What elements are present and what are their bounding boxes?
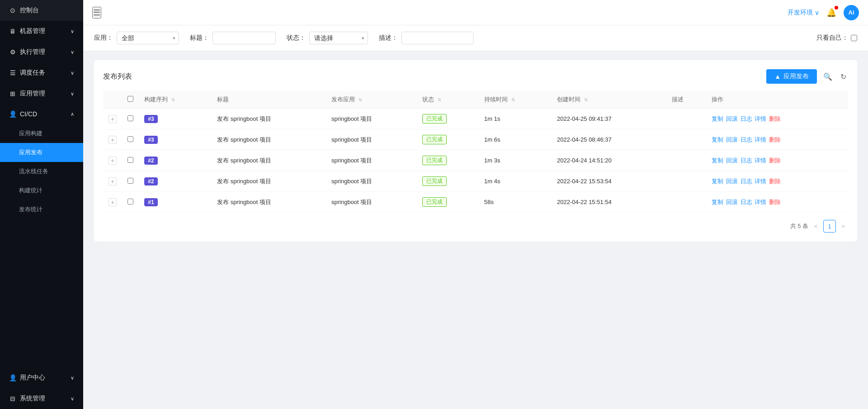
sidebar-item-app-build[interactable]: 应用构建 xyxy=(0,124,83,143)
next-page-button[interactable]: ＞ xyxy=(839,222,848,230)
detail-link[interactable]: 详情 xyxy=(755,115,766,122)
row-checkbox[interactable] xyxy=(127,178,133,184)
select-all-checkbox[interactable] xyxy=(127,96,133,102)
env-selector[interactable]: 开发环境 ∨ xyxy=(788,9,819,17)
log-link[interactable]: 日志 xyxy=(741,115,752,122)
chevron-icon: ∨ xyxy=(71,70,74,76)
copy-link[interactable]: 复制 xyxy=(712,157,723,164)
avatar[interactable]: Ai xyxy=(844,5,859,20)
sidebar-item-control[interactable]: ⊙ 控制台 xyxy=(0,0,83,21)
app-filter-label: 应用： xyxy=(94,34,113,42)
status-select[interactable]: 请选择 已完成 进行中 失败 xyxy=(309,32,368,44)
log-link[interactable]: 日志 xyxy=(741,136,752,143)
td-duration: 1m 3s xyxy=(479,150,552,171)
only-self-checkbox[interactable] xyxy=(851,35,857,41)
search-icon-button[interactable]: 🔍 xyxy=(821,71,834,83)
notification-bell[interactable]: 🔔 xyxy=(826,8,836,18)
row-checkbox[interactable] xyxy=(127,115,133,121)
card-actions: ▲ 应用发布 🔍 ↻ xyxy=(766,69,848,84)
copy-link[interactable]: 复制 xyxy=(712,199,723,205)
menu-toggle-button[interactable]: ☰ xyxy=(92,7,101,19)
td-app: springboot 项目 xyxy=(326,109,417,129)
table-row: + #3 发布 springboot 项目 springboot 项目 已完成 … xyxy=(103,129,848,150)
pagination: 共 5 条 ＜ 1 ＞ xyxy=(103,220,848,233)
th-status: 状态 ⇅ xyxy=(417,91,479,109)
detail-link[interactable]: 详情 xyxy=(755,157,766,164)
td-created: 2022-04-25 09:41:37 xyxy=(552,109,666,129)
delete-link[interactable]: 删除 xyxy=(769,115,781,122)
sidebar-item-schedule[interactable]: ☰ 调度任务 ∨ xyxy=(0,62,83,83)
th-title: 标题 xyxy=(212,91,326,109)
delete-link[interactable]: 删除 xyxy=(769,136,781,143)
td-app: springboot 项目 xyxy=(326,171,417,192)
row-expand-btn[interactable]: + xyxy=(108,198,117,206)
td-expand: + xyxy=(103,109,122,129)
delete-link[interactable]: 删除 xyxy=(769,199,781,205)
row-expand-btn[interactable]: + xyxy=(108,177,117,185)
td-actions: 复制 回滚 日志 详情 删除 xyxy=(706,171,848,192)
chevron-icon: ∨ xyxy=(71,49,74,55)
sidebar-item-build-stats[interactable]: 构建统计 xyxy=(0,181,83,200)
build-seq-badge: #1 xyxy=(144,198,158,206)
filter-status: 状态： 请选择 已完成 进行中 失败 ▾ xyxy=(287,32,368,44)
deploy-table: 构建序列 ⇅ 标题 发布应用 ⇅ 状态 ⇅ 持续时间 ⇅ 创建时间 ⇅ 描述 操… xyxy=(103,91,848,213)
copy-link[interactable]: 复制 xyxy=(712,178,723,185)
row-checkbox[interactable] xyxy=(127,199,133,204)
delete-link[interactable]: 删除 xyxy=(769,157,781,164)
log-link[interactable]: 日志 xyxy=(741,157,752,164)
log-link[interactable]: 日志 xyxy=(741,199,752,205)
filter-desc: 描述： xyxy=(379,32,474,44)
desc-input[interactable] xyxy=(401,32,474,44)
row-checkbox[interactable] xyxy=(127,136,133,142)
detail-link[interactable]: 详情 xyxy=(755,178,766,185)
rollback-link[interactable]: 回滚 xyxy=(726,199,738,205)
sidebar-item-exec[interactable]: ⚙ 执行管理 ∨ xyxy=(0,42,83,62)
row-expand-btn[interactable]: + xyxy=(108,157,117,165)
copy-link[interactable]: 复制 xyxy=(712,136,723,143)
chevron-icon: ∨ xyxy=(71,396,74,402)
sidebar-item-sys-manage[interactable]: ⊟ 系统管理 ∨ xyxy=(0,388,83,409)
sys-icon: ⊟ xyxy=(9,395,16,402)
copy-link[interactable]: 复制 xyxy=(712,115,723,122)
sidebar-item-pipeline[interactable]: 流水线任务 xyxy=(0,162,83,181)
detail-link[interactable]: 详情 xyxy=(755,136,766,143)
td-duration: 1m 1s xyxy=(479,109,552,129)
td-created: 2022-04-22 15:51:54 xyxy=(552,192,666,213)
td-title: 发布 springboot 项目 xyxy=(212,171,326,192)
sidebar-item-app-deploy[interactable]: 应用发布 xyxy=(0,143,83,162)
chevron-up-icon: ∧ xyxy=(71,111,74,117)
rollback-link[interactable]: 回滚 xyxy=(726,157,738,164)
td-title: 发布 springboot 项目 xyxy=(212,129,326,150)
app-publish-button[interactable]: ▲ 应用发布 xyxy=(766,69,817,84)
title-input[interactable] xyxy=(212,32,276,44)
refresh-icon-button[interactable]: ↻ xyxy=(839,71,848,83)
app-select[interactable]: 全部 springboot 项目 xyxy=(117,32,179,44)
row-expand-btn[interactable]: + xyxy=(108,115,117,123)
rollback-link[interactable]: 回滚 xyxy=(726,115,738,122)
sidebar-item-deploy-stats[interactable]: 发布统计 xyxy=(0,200,83,219)
sidebar-item-cicd[interactable]: 👤 CI/CD ∧ xyxy=(0,104,83,124)
row-expand-btn[interactable]: + xyxy=(108,136,117,144)
prev-page-button[interactable]: ＜ xyxy=(811,222,821,230)
only-self-label: 只看自己： xyxy=(816,34,848,42)
sidebar-item-user-center[interactable]: 👤 用户中心 ∨ xyxy=(0,367,83,388)
td-created: 2022-04-24 14:51:20 xyxy=(552,150,666,171)
only-self-wrap: 只看自己： xyxy=(816,34,857,42)
page-1-button[interactable]: 1 xyxy=(823,220,836,233)
log-link[interactable]: 日志 xyxy=(741,178,752,185)
desc-filter-label: 描述： xyxy=(379,34,398,42)
topbar-right: 开发环境 ∨ 🔔 Ai xyxy=(788,5,859,20)
rollback-link[interactable]: 回滚 xyxy=(726,136,738,143)
sidebar-item-machine[interactable]: 🖥 机器管理 ∨ xyxy=(0,21,83,42)
th-checkbox xyxy=(122,91,139,109)
th-created: 创建时间 ⇅ xyxy=(552,91,666,109)
schedule-icon: ☰ xyxy=(9,69,16,76)
delete-link[interactable]: 删除 xyxy=(769,178,781,185)
th-build-seq: 构建序列 ⇅ xyxy=(139,91,212,109)
sidebar-item-appman[interactable]: ⊞ 应用管理 ∨ xyxy=(0,83,83,104)
card-title: 发布列表 xyxy=(103,72,132,81)
td-checkbox xyxy=(122,150,139,171)
row-checkbox[interactable] xyxy=(127,157,133,163)
rollback-link[interactable]: 回滚 xyxy=(726,178,738,185)
detail-link[interactable]: 详情 xyxy=(755,199,766,205)
